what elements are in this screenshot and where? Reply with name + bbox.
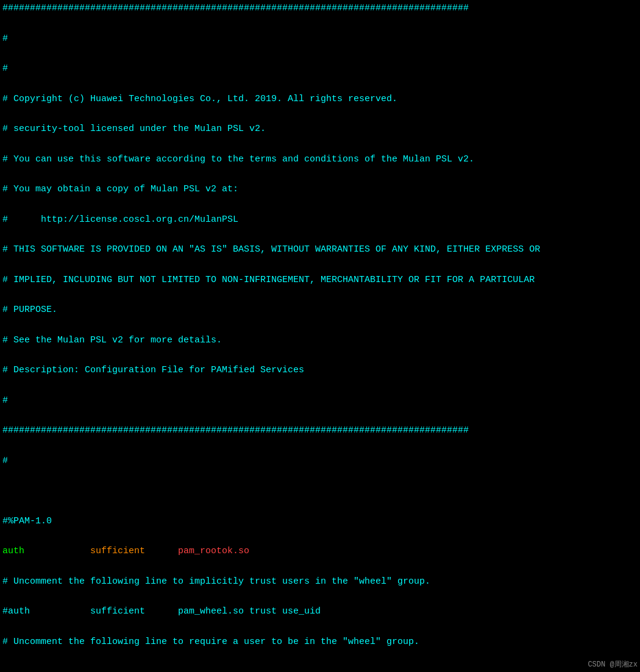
line-3: # [2,62,638,77]
line-21: #auth sufficient pam_wheel.so trust use_… [2,604,638,620]
line-17 [2,484,638,499]
line-13: # Description: Configuration File for PA… [2,363,638,378]
line-4: # Copyright (c) Huawei Technologies Co.,… [2,92,638,107]
line-6: # You can use this software according to… [2,152,638,168]
line-10: # IMPLIED, INCLUDING BUT NOT LIMITED TO … [2,273,638,288]
line-5: # security-tool licensed under the Mulan… [2,122,638,137]
line-16: # [2,454,638,469]
line-15: ########################################… [2,423,638,439]
line-14: # [2,394,638,409]
line-7: # You may obtain a copy of Mulan PSL v2 … [2,182,638,197]
line-11: # PURPOSE. [2,303,638,318]
line-9: # THIS SOFTWARE IS PROVIDED ON AN "AS IS… [2,242,638,258]
line-2: # [2,32,638,47]
line-22: # Uncomment the following line to requir… [2,635,638,650]
watermark: CSDN @周湘zx [588,659,638,670]
line-18: #%PAM-1.0 [2,514,638,529]
line-8: # http://license.coscl.org.cn/MulanPSL [2,213,638,228]
line-1: ########################################… [2,1,638,16]
line-23 [2,665,638,672]
line-19: auth sufficient pam_rootok.so [2,544,638,559]
line-12: # See the Mulan PSL v2 for more details. [2,333,638,348]
line-20: # Uncomment the following line to implic… [2,575,638,590]
code-editor[interactable]: ########################################… [0,0,640,672]
